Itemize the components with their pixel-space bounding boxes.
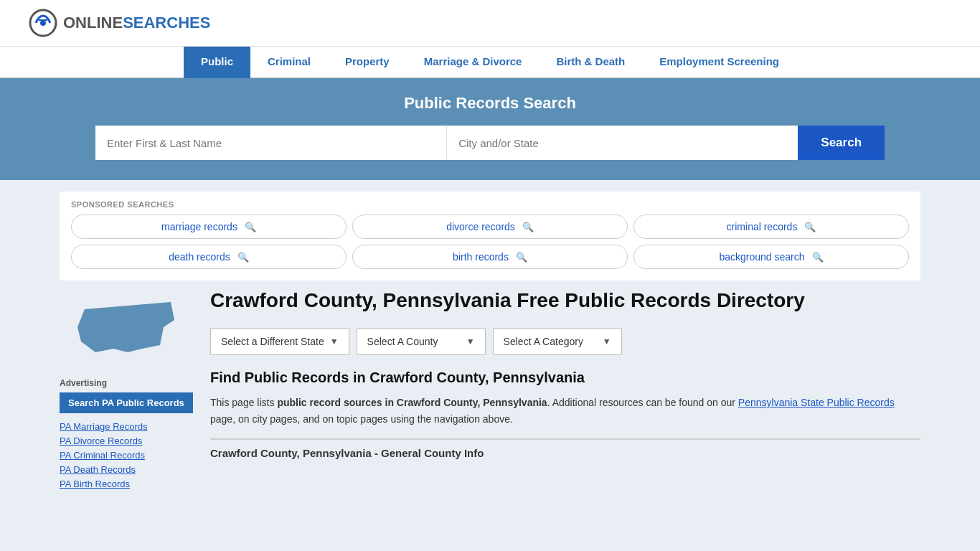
main-nav: Public Criminal Property Marriage & Divo… [0, 47, 980, 78]
logo-icon [29, 9, 57, 37]
sidebar-link-criminal[interactable]: PA Criminal Records [60, 450, 145, 461]
sponsored-item-marriage[interactable]: marriage records 🔍 [71, 215, 347, 239]
state-records-link[interactable]: Pennsylvania State Public Records [738, 397, 895, 408]
main-container: SPONSORED SEARCHES marriage records 🔍 di… [45, 180, 935, 504]
sponsored-label: SPONSORED SEARCHES [71, 200, 909, 209]
svg-marker-2 [77, 302, 174, 352]
body-text-3: page, on city pages, and on topic pages … [210, 413, 513, 425]
sponsored-item-label: death records [169, 251, 230, 263]
state-dropdown[interactable]: Select a Different State ▼ [210, 328, 349, 355]
state-map-area [60, 288, 196, 367]
sidebar-links: PA Marriage Records PA Divorce Records P… [60, 420, 196, 489]
advertising-label: Advertising [60, 378, 196, 388]
location-input[interactable] [447, 126, 798, 160]
dropdowns-row: Select a Different State ▼ Select A Coun… [210, 328, 920, 355]
sponsored-item-criminal[interactable]: criminal records 🔍 [633, 215, 909, 239]
sponsored-item-label: background search [719, 251, 804, 263]
search-icon: 🔍 [516, 252, 527, 263]
body-text-bold: public record sources in Crawford County… [277, 397, 547, 408]
page-title: Crawford County, Pennsylvania Free Publi… [210, 288, 920, 314]
svg-point-1 [40, 20, 46, 26]
search-icon: 🔍 [812, 252, 824, 263]
body-text-2: . Additional resources can be found on o… [547, 397, 738, 408]
category-dropdown[interactable]: Select A Category ▼ [493, 328, 622, 355]
sidebar-link-death[interactable]: PA Death Records [60, 464, 136, 475]
find-title: Find Public Records in Crawford County, … [210, 369, 920, 386]
search-icon: 🔍 [804, 222, 816, 232]
search-icon: 🔍 [237, 252, 249, 263]
nav-item-marriage-divorce[interactable]: Marriage & Divorce [407, 47, 540, 78]
nav-item-public[interactable]: Public [184, 47, 250, 78]
ad-button[interactable]: Search PA Public Records [60, 392, 193, 413]
sidebar: Advertising Search PA Public Records PA … [60, 288, 196, 492]
sponsored-item-label: marriage records [161, 221, 237, 232]
body-text-1: This page lists [210, 397, 277, 408]
search-button[interactable]: Search [798, 126, 885, 160]
chevron-down-icon: ▼ [330, 336, 339, 347]
nav-item-criminal[interactable]: Criminal [250, 47, 328, 78]
sponsored-item-label: birth records [453, 251, 509, 263]
sponsored-item-label: divorce records [446, 221, 515, 232]
sponsored-item-background[interactable]: background search 🔍 [633, 245, 909, 269]
full-content: SPONSORED SEARCHES marriage records 🔍 di… [60, 192, 920, 492]
search-banner: Public Records Search Search [0, 78, 980, 180]
sponsored-section: SPONSORED SEARCHES marriage records 🔍 di… [60, 192, 920, 281]
logo-online: ONLINE [63, 14, 123, 32]
logo-searches: SEARCHES [123, 14, 210, 32]
sponsored-grid: marriage records 🔍 divorce records 🔍 cri… [71, 215, 909, 269]
list-item: PA Marriage Records [60, 420, 196, 432]
list-item: PA Birth Records [60, 478, 196, 489]
chevron-down-icon: ▼ [603, 336, 611, 347]
search-form: Search [95, 126, 885, 160]
search-icon: 🔍 [522, 222, 534, 232]
body-text: This page lists public record sources in… [210, 395, 920, 427]
list-item: PA Criminal Records [60, 449, 196, 461]
category-dropdown-label: Select A Category [504, 336, 583, 347]
bottom-section-title: Crawford County, Pennsylvania - General … [210, 447, 920, 459]
sidebar-link-divorce[interactable]: PA Divorce Records [60, 435, 142, 446]
state-map-svg [70, 288, 185, 367]
sponsored-item-birth[interactable]: birth records 🔍 [352, 245, 628, 269]
search-icon: 🔍 [245, 222, 256, 232]
main-content: Crawford County, Pennsylvania Free Publi… [210, 288, 920, 492]
sidebar-link-marriage[interactable]: PA Marriage Records [60, 421, 148, 432]
list-item: PA Death Records [60, 463, 196, 475]
county-dropdown-label: Select A County [367, 336, 438, 347]
county-dropdown[interactable]: Select A County ▼ [357, 328, 486, 355]
sidebar-link-birth[interactable]: PA Birth Records [60, 479, 130, 489]
nav-item-employment[interactable]: Employment Screening [642, 47, 796, 78]
name-input[interactable] [95, 126, 447, 160]
sponsored-item-label: criminal records [727, 221, 798, 232]
list-item: PA Divorce Records [60, 435, 196, 446]
nav-item-birth-death[interactable]: Birth & Death [539, 47, 642, 78]
content-row: Advertising Search PA Public Records PA … [60, 288, 920, 492]
sponsored-item-death[interactable]: death records 🔍 [71, 245, 347, 269]
header: ONLINESEARCHES [0, 0, 980, 47]
chevron-down-icon: ▼ [466, 336, 475, 347]
nav-item-property[interactable]: Property [328, 47, 407, 78]
bottom-divider: Crawford County, Pennsylvania - General … [210, 438, 920, 459]
logo-area: ONLINESEARCHES [29, 9, 210, 37]
state-dropdown-label: Select a Different State [221, 336, 324, 347]
search-banner-title: Public Records Search [29, 94, 951, 113]
sponsored-item-divorce[interactable]: divorce records 🔍 [352, 215, 628, 239]
logo-text: ONLINESEARCHES [63, 14, 210, 32]
